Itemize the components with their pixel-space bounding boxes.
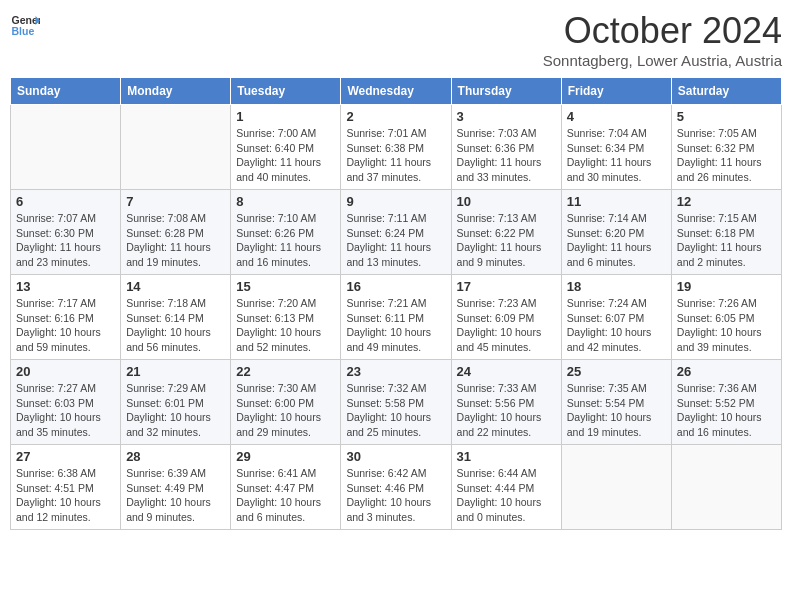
calendar-day-cell: 6Sunrise: 7:07 AM Sunset: 6:30 PM Daylig…	[11, 190, 121, 275]
day-number: 10	[457, 194, 556, 209]
calendar-day-cell: 8Sunrise: 7:10 AM Sunset: 6:26 PM Daylig…	[231, 190, 341, 275]
day-info: Sunrise: 7:27 AM Sunset: 6:03 PM Dayligh…	[16, 381, 115, 440]
day-number: 15	[236, 279, 335, 294]
day-info: Sunrise: 7:04 AM Sunset: 6:34 PM Dayligh…	[567, 126, 666, 185]
day-info: Sunrise: 7:18 AM Sunset: 6:14 PM Dayligh…	[126, 296, 225, 355]
day-number: 26	[677, 364, 776, 379]
day-number: 9	[346, 194, 445, 209]
calendar-day-cell: 7Sunrise: 7:08 AM Sunset: 6:28 PM Daylig…	[121, 190, 231, 275]
calendar-day-cell	[671, 445, 781, 530]
calendar-day-cell: 16Sunrise: 7:21 AM Sunset: 6:11 PM Dayli…	[341, 275, 451, 360]
day-info: Sunrise: 7:21 AM Sunset: 6:11 PM Dayligh…	[346, 296, 445, 355]
calendar-day-cell: 5Sunrise: 7:05 AM Sunset: 6:32 PM Daylig…	[671, 105, 781, 190]
day-info: Sunrise: 7:30 AM Sunset: 6:00 PM Dayligh…	[236, 381, 335, 440]
page-header: General Blue October 2024 Sonntagberg, L…	[10, 10, 782, 69]
day-info: Sunrise: 7:35 AM Sunset: 5:54 PM Dayligh…	[567, 381, 666, 440]
day-number: 27	[16, 449, 115, 464]
day-info: Sunrise: 7:03 AM Sunset: 6:36 PM Dayligh…	[457, 126, 556, 185]
day-number: 18	[567, 279, 666, 294]
calendar-day-cell: 9Sunrise: 7:11 AM Sunset: 6:24 PM Daylig…	[341, 190, 451, 275]
day-info: Sunrise: 7:07 AM Sunset: 6:30 PM Dayligh…	[16, 211, 115, 270]
calendar-day-cell: 10Sunrise: 7:13 AM Sunset: 6:22 PM Dayli…	[451, 190, 561, 275]
day-info: Sunrise: 7:20 AM Sunset: 6:13 PM Dayligh…	[236, 296, 335, 355]
day-number: 31	[457, 449, 556, 464]
calendar-day-cell: 28Sunrise: 6:39 AM Sunset: 4:49 PM Dayli…	[121, 445, 231, 530]
day-info: Sunrise: 7:26 AM Sunset: 6:05 PM Dayligh…	[677, 296, 776, 355]
day-info: Sunrise: 6:38 AM Sunset: 4:51 PM Dayligh…	[16, 466, 115, 525]
day-info: Sunrise: 7:05 AM Sunset: 6:32 PM Dayligh…	[677, 126, 776, 185]
day-number: 28	[126, 449, 225, 464]
day-number: 16	[346, 279, 445, 294]
calendar-day-cell: 23Sunrise: 7:32 AM Sunset: 5:58 PM Dayli…	[341, 360, 451, 445]
calendar-day-cell: 24Sunrise: 7:33 AM Sunset: 5:56 PM Dayli…	[451, 360, 561, 445]
calendar-week-row: 20Sunrise: 7:27 AM Sunset: 6:03 PM Dayli…	[11, 360, 782, 445]
calendar-day-cell: 19Sunrise: 7:26 AM Sunset: 6:05 PM Dayli…	[671, 275, 781, 360]
calendar-week-row: 27Sunrise: 6:38 AM Sunset: 4:51 PM Dayli…	[11, 445, 782, 530]
day-info: Sunrise: 6:39 AM Sunset: 4:49 PM Dayligh…	[126, 466, 225, 525]
calendar-day-cell: 2Sunrise: 7:01 AM Sunset: 6:38 PM Daylig…	[341, 105, 451, 190]
day-number: 29	[236, 449, 335, 464]
day-info: Sunrise: 7:14 AM Sunset: 6:20 PM Dayligh…	[567, 211, 666, 270]
day-number: 22	[236, 364, 335, 379]
calendar-table: SundayMondayTuesdayWednesdayThursdayFrid…	[10, 77, 782, 530]
calendar-day-cell: 20Sunrise: 7:27 AM Sunset: 6:03 PM Dayli…	[11, 360, 121, 445]
day-info: Sunrise: 7:17 AM Sunset: 6:16 PM Dayligh…	[16, 296, 115, 355]
day-info: Sunrise: 7:01 AM Sunset: 6:38 PM Dayligh…	[346, 126, 445, 185]
weekday-header-row: SundayMondayTuesdayWednesdayThursdayFrid…	[11, 78, 782, 105]
calendar-day-cell: 27Sunrise: 6:38 AM Sunset: 4:51 PM Dayli…	[11, 445, 121, 530]
calendar-week-row: 13Sunrise: 7:17 AM Sunset: 6:16 PM Dayli…	[11, 275, 782, 360]
calendar-day-cell: 15Sunrise: 7:20 AM Sunset: 6:13 PM Dayli…	[231, 275, 341, 360]
weekday-header-cell: Saturday	[671, 78, 781, 105]
day-number: 1	[236, 109, 335, 124]
day-info: Sunrise: 7:24 AM Sunset: 6:07 PM Dayligh…	[567, 296, 666, 355]
calendar-day-cell: 4Sunrise: 7:04 AM Sunset: 6:34 PM Daylig…	[561, 105, 671, 190]
day-number: 19	[677, 279, 776, 294]
day-number: 6	[16, 194, 115, 209]
day-info: Sunrise: 7:23 AM Sunset: 6:09 PM Dayligh…	[457, 296, 556, 355]
day-number: 8	[236, 194, 335, 209]
day-number: 25	[567, 364, 666, 379]
day-number: 2	[346, 109, 445, 124]
day-info: Sunrise: 7:00 AM Sunset: 6:40 PM Dayligh…	[236, 126, 335, 185]
day-info: Sunrise: 7:29 AM Sunset: 6:01 PM Dayligh…	[126, 381, 225, 440]
weekday-header-cell: Monday	[121, 78, 231, 105]
weekday-header-cell: Thursday	[451, 78, 561, 105]
day-info: Sunrise: 7:32 AM Sunset: 5:58 PM Dayligh…	[346, 381, 445, 440]
calendar-week-row: 1Sunrise: 7:00 AM Sunset: 6:40 PM Daylig…	[11, 105, 782, 190]
day-number: 12	[677, 194, 776, 209]
calendar-day-cell: 18Sunrise: 7:24 AM Sunset: 6:07 PM Dayli…	[561, 275, 671, 360]
location-title: Sonntagberg, Lower Austria, Austria	[543, 52, 782, 69]
logo-icon: General Blue	[10, 10, 40, 40]
day-number: 20	[16, 364, 115, 379]
weekday-header-cell: Sunday	[11, 78, 121, 105]
day-number: 24	[457, 364, 556, 379]
calendar-day-cell: 1Sunrise: 7:00 AM Sunset: 6:40 PM Daylig…	[231, 105, 341, 190]
day-number: 30	[346, 449, 445, 464]
calendar-day-cell	[561, 445, 671, 530]
calendar-day-cell: 22Sunrise: 7:30 AM Sunset: 6:00 PM Dayli…	[231, 360, 341, 445]
calendar-week-row: 6Sunrise: 7:07 AM Sunset: 6:30 PM Daylig…	[11, 190, 782, 275]
day-number: 7	[126, 194, 225, 209]
day-number: 5	[677, 109, 776, 124]
weekday-header-cell: Tuesday	[231, 78, 341, 105]
calendar-day-cell: 29Sunrise: 6:41 AM Sunset: 4:47 PM Dayli…	[231, 445, 341, 530]
title-block: October 2024 Sonntagberg, Lower Austria,…	[543, 10, 782, 69]
calendar-body: 1Sunrise: 7:00 AM Sunset: 6:40 PM Daylig…	[11, 105, 782, 530]
day-number: 21	[126, 364, 225, 379]
calendar-day-cell: 3Sunrise: 7:03 AM Sunset: 6:36 PM Daylig…	[451, 105, 561, 190]
day-info: Sunrise: 7:36 AM Sunset: 5:52 PM Dayligh…	[677, 381, 776, 440]
weekday-header-cell: Friday	[561, 78, 671, 105]
weekday-header-cell: Wednesday	[341, 78, 451, 105]
calendar-day-cell: 12Sunrise: 7:15 AM Sunset: 6:18 PM Dayli…	[671, 190, 781, 275]
day-info: Sunrise: 7:08 AM Sunset: 6:28 PM Dayligh…	[126, 211, 225, 270]
day-info: Sunrise: 7:10 AM Sunset: 6:26 PM Dayligh…	[236, 211, 335, 270]
calendar-day-cell	[11, 105, 121, 190]
day-info: Sunrise: 7:11 AM Sunset: 6:24 PM Dayligh…	[346, 211, 445, 270]
day-info: Sunrise: 6:42 AM Sunset: 4:46 PM Dayligh…	[346, 466, 445, 525]
day-number: 3	[457, 109, 556, 124]
calendar-day-cell: 30Sunrise: 6:42 AM Sunset: 4:46 PM Dayli…	[341, 445, 451, 530]
month-title: October 2024	[543, 10, 782, 52]
calendar-day-cell: 25Sunrise: 7:35 AM Sunset: 5:54 PM Dayli…	[561, 360, 671, 445]
calendar-day-cell: 21Sunrise: 7:29 AM Sunset: 6:01 PM Dayli…	[121, 360, 231, 445]
day-number: 17	[457, 279, 556, 294]
